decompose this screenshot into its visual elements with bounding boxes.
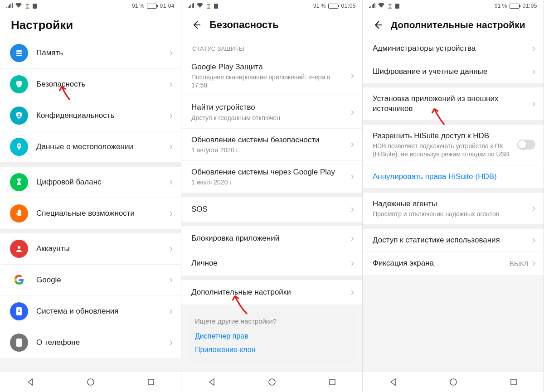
battery-percent: 91 % [132,3,144,9]
battery-icon [328,4,338,9]
wifi-icon [197,3,203,9]
security-list: СТАТУС ЗАЩИТЫ Google Play Защита Последн… [181,37,362,371]
chevron-right-icon: › [351,257,354,269]
svg-rect-7 [16,339,22,347]
row-digital-balance[interactable]: Цифровой баланс › [0,167,181,198]
shield-icon [10,75,28,93]
svg-point-10 [269,379,275,385]
row-label: Цифровой баланс [36,177,166,187]
svg-point-12 [450,379,457,385]
chevron-right-icon: › [351,286,354,298]
chevron-right-icon: › [351,139,354,150]
row-revoke-hdb[interactable]: Аннулировать права HiSuite (HDB) [363,165,544,188]
status-bar: ⌛ 91 % 01:05 [363,0,544,12]
row-location[interactable]: Данные о местоположении › [0,131,181,162]
chevron-right-icon: › [532,234,535,246]
nav-recent-icon[interactable] [146,377,155,387]
nav-back-icon[interactable] [389,377,398,387]
row-personal[interactable]: Личное › [181,251,362,276]
clock: 01:04 [160,3,175,9]
chevron-right-icon: › [351,106,354,118]
header-security: Безопасность [181,12,362,37]
nav-bar [181,371,362,392]
row-label: Конфиденциальность [36,111,166,121]
svg-rect-2 [16,55,22,56]
chevron-right-icon: › [170,305,173,317]
row-security[interactable]: Безопасность › [0,68,181,100]
svg-rect-1 [16,53,22,54]
hourglass-icon: ⌛ [206,4,211,9]
signal-icon [369,3,375,9]
back-button[interactable] [371,18,384,32]
person-icon [10,240,28,258]
chevron-right-icon: › [170,208,173,219]
wifi-icon [15,3,22,9]
system-update-icon [10,302,28,320]
row-accounts[interactable]: Аккаунты › [0,233,181,264]
row-more-settings[interactable]: Дополнительные настройки › [181,280,362,305]
chevron-right-icon: › [351,232,354,244]
row-hdb[interactable]: Разрешить HiSuite доступ к HDB HDB позво… [363,125,544,165]
advanced-list: Администраторы устройства › Шифрование и… [363,37,544,371]
hourglass-icon [10,173,28,191]
row-subtitle: Доступ к геоданным отключен [191,114,347,122]
row-accessibility[interactable]: Специальные возможности › [0,198,181,229]
row-privacy[interactable]: Конфиденциальность › [0,100,181,131]
battery-percent: 91 % [313,3,325,9]
row-label: Обновление системы безопасности [191,135,347,145]
status-bar: ⌛ 91 % 01:04 [0,0,181,12]
row-app-lock[interactable]: Блокировка приложений › [181,226,362,251]
row-screen-pinning[interactable]: Фиксация экрана ВЫКЛ › [363,252,544,275]
battery-percent: 91 % [495,3,507,9]
row-unknown-sources[interactable]: Установка приложений из внешних источник… [363,87,544,120]
row-gplay-update[interactable]: Обновление системы через Google Play 1 и… [181,160,362,193]
row-subtitle: Последнее сканирование приложений: вчера… [191,73,347,89]
location-icon [10,138,28,156]
row-label: Google Play Защита [191,62,347,72]
nav-home-icon[interactable] [267,377,277,387]
row-security-update[interactable]: Обновление системы безопасности 1 август… [181,128,362,160]
header-settings: Настройки [0,12,181,38]
row-memory[interactable]: Память › [0,38,181,68]
nav-home-icon[interactable] [449,377,458,387]
nav-recent-icon[interactable] [509,377,518,387]
row-label: Дополнительные настройки [191,287,347,297]
hint-link-permissions[interactable]: Диспетчер прав [195,329,349,343]
nav-back-icon[interactable] [26,377,35,387]
chevron-right-icon: › [170,110,173,121]
row-google[interactable]: Google › [0,264,181,295]
svg-rect-9 [148,379,154,385]
sim-icon [33,4,37,9]
toggle-hdb[interactable] [517,140,535,150]
back-button[interactable] [189,18,203,32]
row-label: Аннулировать права HiSuite (HDB) [373,172,535,182]
row-usage-stats[interactable]: Доступ к статистике использования › [363,229,544,252]
page-title: Безопасность [209,19,279,31]
phone-screen-security: ⌛ 91 % 01:05 Безопасность СТАТУС ЗАЩИТЫ … [181,0,363,392]
nav-bar [0,371,181,392]
nav-home-icon[interactable] [86,377,95,387]
row-about[interactable]: О телефоне › [0,327,181,358]
chevron-right-icon: › [532,98,535,110]
svg-point-5 [18,246,20,249]
row-system[interactable]: Система и обновления › [0,295,181,327]
memory-icon [10,44,28,62]
row-subtitle: Просмотр и отключение надежных агентов [373,210,529,218]
chevron-right-icon: › [170,141,173,153]
settings-list: Память › Безопасность › Конфиденциальнос… [0,38,181,371]
svg-rect-13 [511,379,516,385]
row-encryption[interactable]: Шифрование и учетные данные › [363,60,544,83]
chevron-right-icon: › [170,337,173,348]
row-find-device[interactable]: Найти устройство Доступ к геоданным откл… [181,96,362,128]
nav-recent-icon[interactable] [328,377,337,387]
row-play-protect[interactable]: Google Play Защита Последнее сканировани… [181,56,362,96]
row-device-admins[interactable]: Администраторы устройства › [363,37,544,60]
nav-back-icon[interactable] [207,377,216,387]
chevron-right-icon: › [170,47,173,59]
row-label: Google [36,275,166,285]
row-sos[interactable]: SOS › [181,197,362,222]
row-trusted-agents[interactable]: Надежные агенты Просмотр и отключение на… [363,193,544,224]
row-label: SOS [191,204,347,214]
hint-link-app-clone[interactable]: Приложение-клон [195,343,349,357]
battery-icon [510,4,520,9]
